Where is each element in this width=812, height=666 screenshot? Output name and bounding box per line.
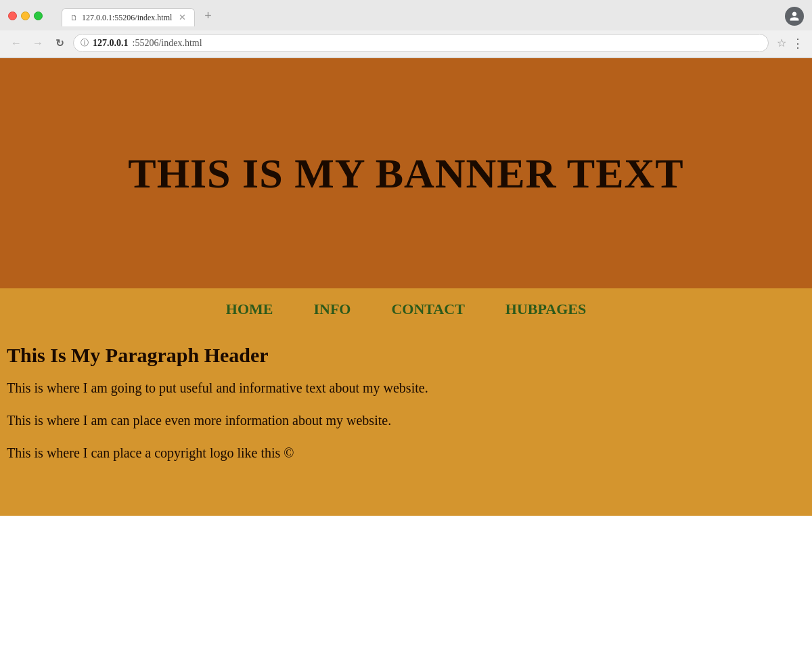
tab-close-button[interactable]: ✕ — [179, 12, 186, 23]
url-host: 127.0.0.1 — [93, 38, 129, 49]
address-bar-row: ← → ↻ ⓘ 127.0.0.1:55206/index.html ☆ ⋮ — [0, 30, 812, 58]
content-area: This Is My Paragraph Header This is wher… — [0, 330, 812, 516]
maximize-button[interactable] — [34, 12, 43, 20]
paragraph-3: This is where I can place a copyright lo… — [7, 443, 805, 463]
profile-button[interactable] — [785, 7, 804, 26]
close-button[interactable] — [8, 12, 17, 20]
active-tab[interactable]: 🗋 127.0.0.1:55206/index.html ✕ — [62, 8, 195, 26]
nav-hubpages[interactable]: HUBPAGES — [505, 301, 586, 318]
tab-file-icon: 🗋 — [70, 14, 78, 22]
forward-button[interactable]: → — [30, 35, 46, 51]
website-content: THIS IS MY BANNER TEXT HOME INFO CONTACT… — [0, 58, 812, 516]
bookmark-icon[interactable]: ☆ — [777, 37, 786, 49]
paragraph-2: This is where I am can place even more i… — [7, 410, 805, 430]
tab-title: 127.0.0.1:55206/index.html — [82, 13, 172, 23]
new-tab-button[interactable]: + — [198, 5, 219, 26]
paragraph-1: This is where I am going to put useful a… — [7, 378, 805, 398]
title-bar: 🗋 127.0.0.1:55206/index.html ✕ + — [0, 0, 812, 30]
info-icon: ⓘ — [81, 37, 89, 49]
traffic-lights — [8, 12, 43, 20]
banner: THIS IS MY BANNER TEXT — [0, 58, 812, 288]
browser-chrome: 🗋 127.0.0.1:55206/index.html ✕ + ← → ↻ ⓘ… — [0, 0, 812, 58]
banner-text: THIS IS MY BANNER TEXT — [128, 150, 683, 198]
paragraph-header: This Is My Paragraph Header — [7, 344, 805, 367]
address-bar[interactable]: ⓘ 127.0.0.1:55206/index.html — [73, 34, 769, 52]
menu-icon[interactable]: ⋮ — [792, 36, 804, 51]
back-button[interactable]: ← — [8, 35, 24, 51]
minimize-button[interactable] — [21, 12, 30, 20]
nav-bar: HOME INFO CONTACT HUBPAGES — [0, 288, 812, 330]
url-path: :55206/index.html — [133, 38, 202, 49]
nav-contact[interactable]: CONTACT — [391, 301, 464, 318]
nav-home[interactable]: HOME — [226, 301, 273, 318]
nav-info[interactable]: INFO — [313, 301, 351, 318]
refresh-button[interactable]: ↻ — [51, 35, 68, 51]
